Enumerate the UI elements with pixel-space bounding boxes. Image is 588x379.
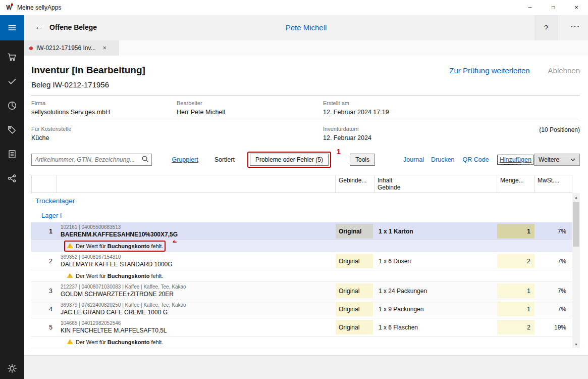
col-header-mwst[interactable]: MwSt.... [534,175,572,193]
col-header-gebinde[interactable]: Gebinde... [336,175,375,193]
gebinde-cell[interactable]: Original [336,283,373,298]
reject-link[interactable]: Ablehnen [548,66,580,75]
tools-button[interactable]: Tools [350,154,375,166]
scrollbar-thumb[interactable] [573,202,579,247]
row-warning: Der Wert für Buchungskonto fehlt. [31,270,572,282]
unsaved-dot-icon [29,46,33,50]
header-title: Offene Belege [49,23,97,31]
hinzufuegen-link[interactable]: Hinzufügen [497,155,534,165]
tab-close-icon[interactable]: × [103,44,106,52]
article-meta: 104665 | 04012982052546 [61,320,336,326]
price-tag-icon[interactable] [7,124,18,135]
more-options-icon[interactable]: ··· [564,15,587,40]
table-row[interactable]: 1 102161 | 04005500683513 BAERENM.KAFFEE… [31,222,572,241]
table-row[interactable]: 3 212237 | 04008071030083 | Kaffee | Kaf… [31,282,572,300]
app-window: W Meine sellyApps ─ □ × [0,0,588,379]
bearbeiter-value: Herr Pete Michell [177,109,323,116]
checkmark-icon[interactable] [7,76,18,87]
main-content: Inventur [In Bearbeitung] Zur Prüfung we… [24,56,588,355]
scroll-down-icon[interactable]: ▼ [572,340,580,348]
mwst-cell: 7% [534,252,572,270]
qr-code-link[interactable]: QR Code [463,156,489,163]
menge-cell[interactable]: 2 [497,254,534,268]
help-icon[interactable]: ? [534,15,558,40]
bearbeiter-label: Bearbeiter [177,100,323,106]
inhalt-cell: 1 x 9 Packungen [375,300,497,318]
gebinde-cell[interactable]: Original [336,224,373,239]
col-header-menge[interactable]: Menge... [497,175,534,193]
menge-cell[interactable]: 2 [497,320,534,335]
group-header-trockenlager[interactable]: Trockenlager [31,193,572,208]
table-row[interactable]: 4 369379 | 07622400820250 | Kaffee | Kaf… [31,300,572,318]
search-icon[interactable] [141,155,149,165]
settings-gear-icon[interactable] [7,363,18,374]
hamburger-menu-icon[interactable] [0,15,24,40]
window-title: Meine sellyApps [17,4,61,11]
inhalt-cell: 1 x 6 Dosen [375,252,497,270]
mwst-cell: 19% [534,318,572,336]
window-titlebar: W Meine sellyApps ─ □ × [0,0,588,15]
inhalt-cell: 1 x 24 Packungen [375,282,497,300]
journal-book-icon[interactable] [7,149,18,160]
article-meta: 212237 | 04008071030083 | Kaffee | Kaffe… [61,284,336,290]
warning-triangle-icon [67,272,73,279]
table-row[interactable]: 2 369352 | 04008167154310 DALLMAYR KAFFE… [31,252,572,270]
probleme-fehler-button[interactable]: Probleme oder Fehler (5) [250,154,329,166]
forward-for-review-link[interactable]: Zur Prüfung weiterleiten [449,66,529,75]
article-name: KIN FENCHELTEE M.APFELSAFT0,5L [61,327,336,334]
search-box[interactable] [31,154,152,166]
toolbar: Gruppiert Sortiert Probleme oder Fehler … [31,153,580,167]
firma-label: Firma [31,100,177,106]
col-header-inhalt-gebinde[interactable]: InhaltGebinde [375,175,497,193]
scrollbar-track[interactable] [572,201,580,340]
page-title: Inventur [In Bearbeitung] [31,65,145,76]
header-user-name[interactable]: Pete Michell [286,23,327,32]
field-row-1: Firma sellysolutions Serv.ges.mbH Bearbe… [31,96,580,121]
kostenstelle-label: Für Kostenstelle [31,126,177,132]
kostenstelle-value: Küche [31,134,177,141]
tab-label: IW-0212-171956 Inv... [36,44,96,52]
col-header-description [57,175,336,193]
sortiert-toggle[interactable]: Sortiert [215,156,235,163]
mwst-cell: 7% [534,282,572,300]
warning-text: Der Wert für Buchungskonto fehlt. [76,243,163,249]
vertical-scrollbar[interactable]: ▲ ▼ [572,193,580,348]
group-header-lager-i[interactable]: Lager I [31,208,572,222]
minimize-button[interactable]: ─ [518,0,542,15]
positions-table: Gebinde... InhaltGebinde Menge... MwSt..… [31,175,580,348]
cart-icon[interactable] [7,52,18,63]
weitere-dropdown[interactable]: Weitere [534,154,580,166]
menge-cell[interactable]: 1 [497,224,534,239]
scroll-up-icon[interactable]: ▲ [572,193,580,201]
drucken-link[interactable]: Drucken [431,156,455,163]
inhalt-cell: 1 x 1 Karton [375,222,497,240]
weitere-label: Weitere [539,156,559,163]
mwst-cell: 7% [534,300,572,318]
search-input[interactable] [32,156,141,163]
row-warning: Der Wert für Buchungskonto fehlt. 2 [31,241,572,252]
gebinde-cell[interactable]: Original [336,254,373,268]
article-meta: 369379 | 07622400820250 | Kaffee | Kaffe… [61,302,336,308]
table-row[interactable]: 5 104665 | 04012982052546 KIN FENCHELTEE… [31,318,572,337]
article-meta: 102161 | 04005500683513 [61,224,336,230]
gebinde-cell[interactable]: Original [336,320,373,335]
inventurdatum-value: 12. Februar 2024 [323,134,580,141]
annotation-marker-1: 1 [337,147,341,156]
menge-cell[interactable]: 1 [497,302,534,316]
journal-link[interactable]: Journal [403,156,424,163]
erstellt-am-value: 12. Februar 2024 17:19 [323,109,580,116]
gruppiert-toggle[interactable]: Gruppiert [172,156,198,163]
back-arrow-icon[interactable]: ← [34,21,44,32]
warning-text: Der Wert für Buchungskonto fehlt. [76,273,163,279]
tab-inventur[interactable]: IW-0212-171956 Inv... × [24,40,119,56]
sidebar [0,15,24,379]
warning-text: Der Wert für Buchungskonto fehlt. [76,339,163,345]
close-button[interactable]: × [565,0,588,15]
menge-cell[interactable]: 1 [497,283,534,298]
pie-chart-icon[interactable] [7,100,18,111]
gebinde-cell[interactable]: Original [336,302,373,316]
maximize-button[interactable]: □ [542,0,565,15]
share-icon[interactable] [7,173,18,184]
positions-count: (10 Positionen) [539,126,580,133]
field-row-2: Für Kostenstelle Küche Inventurdatum 12.… [31,121,580,147]
